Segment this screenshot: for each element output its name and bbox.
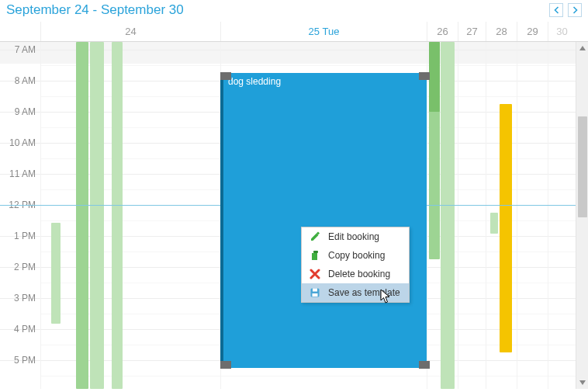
- day-header[interactable]: 27: [458, 22, 486, 41]
- time-label: 10 AM: [9, 137, 36, 148]
- triangle-down-icon: [579, 380, 586, 385]
- day-header-label: 28: [496, 26, 507, 37]
- context-menu-item[interactable]: Delete booking: [302, 265, 409, 283]
- time-label: 11 AM: [9, 168, 36, 179]
- availability-slot[interactable]: [51, 223, 61, 324]
- day-header-label: 26: [437, 26, 448, 37]
- event-resize-handle[interactable]: [419, 361, 430, 369]
- event-resize-handle[interactable]: [220, 72, 231, 80]
- availability-slot[interactable]: [490, 213, 498, 234]
- day-separator: [486, 42, 486, 389]
- scroll-trough[interactable]: [576, 54, 588, 376]
- delete-icon: [310, 269, 320, 279]
- pencil-icon: [310, 231, 320, 242]
- time-gutter: 7 AM8 AM9 AM10 AM11 AM12 PM1 PM2 PM3 PM4…: [0, 42, 40, 389]
- next-week-button[interactable]: [568, 3, 582, 17]
- context-menu-item-label: Delete booking: [328, 269, 390, 279]
- event-resize-handle[interactable]: [220, 361, 231, 369]
- time-label: 2 PM: [14, 262, 36, 272]
- prev-week-button[interactable]: [549, 3, 563, 17]
- context-menu-item-label: Copy booking: [328, 250, 385, 261]
- day-header-label: 24: [125, 26, 136, 37]
- context-menu-item[interactable]: Copy booking: [302, 246, 409, 265]
- day-separator: [427, 42, 427, 389]
- day-header-label: 27: [466, 26, 477, 37]
- scroll-up-button[interactable]: [576, 42, 588, 54]
- availability-slot[interactable]: [90, 42, 104, 389]
- time-gutter-header: [0, 22, 40, 41]
- day-header[interactable]: 26: [427, 22, 458, 41]
- time-label: 1 PM: [14, 231, 36, 241]
- day-header-label: 29: [527, 26, 538, 37]
- day-header[interactable]: 24: [40, 22, 220, 41]
- day-separator: [40, 42, 41, 389]
- time-label: 7 AM: [15, 44, 36, 55]
- availability-slot[interactable]: [441, 42, 455, 389]
- svg-rect-2: [313, 251, 318, 253]
- save-icon: [310, 287, 320, 298]
- week-nav: [549, 3, 582, 17]
- event-block[interactable]: dog sledding: [220, 73, 427, 368]
- time-label: 5 PM: [14, 355, 36, 366]
- day-header-label: 25 Tue: [309, 26, 340, 37]
- time-label: 4 PM: [14, 324, 36, 335]
- day-header-label: 30: [556, 26, 567, 37]
- chevron-right-icon: [572, 6, 578, 14]
- availability-slot[interactable]: [429, 42, 440, 112]
- day-header[interactable]: 28: [486, 22, 517, 41]
- svg-rect-5: [313, 293, 318, 297]
- context-menu-item-label: Edit booking: [328, 231, 379, 242]
- svg-rect-4: [313, 289, 317, 292]
- calendar-grid[interactable]: dog sledding 7 AM8 AM9 AM10 AM11 AM12 PM…: [0, 42, 576, 389]
- svg-rect-1: [312, 253, 317, 260]
- time-label: 8 AM: [15, 75, 36, 86]
- date-range: September 24 - September 30: [6, 2, 184, 18]
- time-label: 3 PM: [14, 293, 36, 304]
- day-header[interactable]: 29: [517, 22, 548, 41]
- day-separator: [548, 42, 548, 389]
- event-title: dog sledding: [228, 76, 422, 87]
- day-header-row: 2425 Tue2627282930: [0, 22, 588, 42]
- availability-slot[interactable]: [112, 42, 123, 389]
- context-menu-item[interactable]: Save as template: [302, 283, 409, 302]
- day-header[interactable]: 30: [548, 22, 576, 41]
- day-separator: [517, 42, 517, 389]
- context-menu-item[interactable]: Edit booking: [302, 227, 409, 246]
- scroll-thumb[interactable]: [578, 116, 587, 217]
- copy-icon: [310, 250, 320, 261]
- context-menu-item-label: Save as template: [328, 287, 400, 298]
- availability-slot[interactable]: [500, 104, 512, 352]
- chevron-left-icon: [554, 6, 559, 14]
- triangle-up-icon: [579, 46, 586, 50]
- day-header[interactable]: 25 Tue: [220, 22, 427, 41]
- vertical-scrollbar[interactable]: [576, 42, 588, 389]
- day-separator: [458, 42, 458, 389]
- context-menu: Edit bookingCopy bookingDelete bookingSa…: [301, 227, 410, 303]
- time-label: 9 AM: [15, 106, 36, 117]
- event-resize-handle[interactable]: [419, 72, 430, 80]
- availability-slot[interactable]: [76, 42, 88, 389]
- scroll-down-button[interactable]: [576, 376, 588, 389]
